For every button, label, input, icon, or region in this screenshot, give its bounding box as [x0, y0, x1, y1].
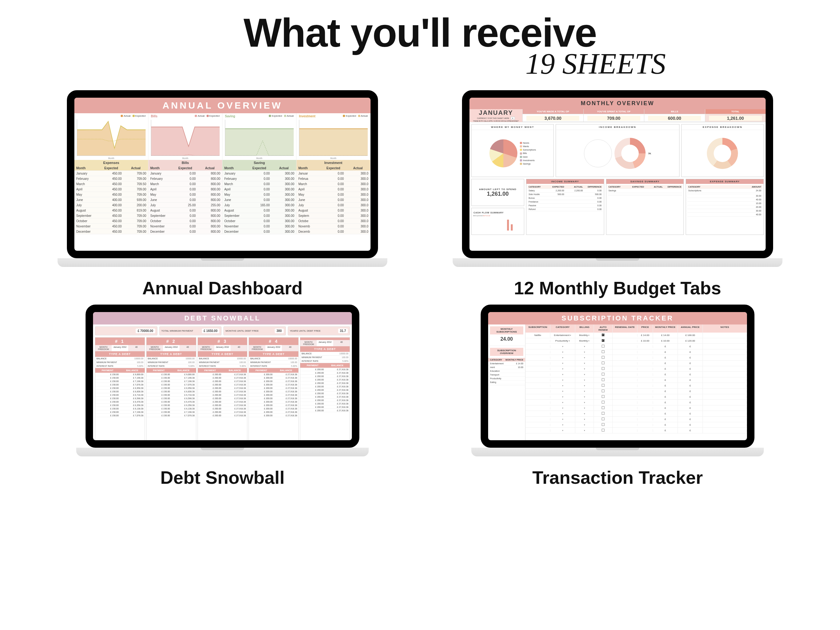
box-income-breakdown: INCOME BREAKDOWN7K	[556, 124, 679, 177]
laptop-debt: DEBT SNOWBALL£ 70000.00TOTAL MINIMUM PAY…	[85, 305, 359, 456]
stat-bills-value: 600.00	[644, 114, 705, 122]
stat-made-label: YOU'VE MADE A TOTAL OF	[523, 109, 583, 114]
debt-stat-3: YEARS UNTIL DEBT FREE31.7	[288, 326, 350, 335]
caption-annual: Annual Dashboard	[142, 278, 303, 298]
checkbox-icon[interactable]	[602, 350, 605, 353]
left-to-spend: AMOUNT LEFT TO SPEND1,261.00	[471, 179, 524, 206]
svg-rect-5	[511, 224, 513, 231]
debt-column-1: # 1MONTH FREEDOMJanuary 203240TYPE A DEB…	[95, 337, 145, 440]
debt-stat-0: £ 70000.00	[95, 326, 158, 335]
checkbox-icon[interactable]	[602, 395, 605, 398]
annual-table-expenses: ExpensesMonthExpectedActualJanuary450.00…	[74, 160, 148, 234]
svg-marker-2	[225, 129, 294, 156]
checkbox-icon[interactable]	[602, 362, 605, 364]
checkbox-icon[interactable]	[602, 333, 605, 336]
caption-debt: Debt Snowball	[160, 467, 285, 488]
cash-flow: CASH FLOW SUMMARY■ Expected ■ Actual	[471, 208, 524, 235]
bar-chart-icon	[474, 216, 521, 232]
checkbox-icon[interactable]	[602, 378, 605, 381]
stat-total-label: TOTAL	[705, 109, 766, 114]
debt-stat-2: MONTHS UNTIL DEBT FREE380	[223, 326, 286, 335]
table-row: ££	[526, 428, 747, 433]
debt-title: DEBT SNOWBALL	[93, 312, 352, 324]
checkbox-icon[interactable]	[602, 423, 605, 426]
pie-chart-icon	[489, 139, 517, 167]
laptop-base-icon	[471, 448, 764, 456]
summary-income: INCOME SUMMARYCATEGORYEXPECTEDACTUALDIFF…	[526, 179, 604, 235]
stat-spent-label: YOU'VE SPENT A TOTAL OF	[583, 109, 644, 114]
caption-tracker: Transaction Tracker	[532, 467, 703, 488]
page-header: What you'll receive 19 SHEETS	[0, 9, 840, 81]
table-row: NetflixEntertainmentMonthly£ 14.00£ 14.0…	[526, 333, 747, 338]
annual-table-bills: BillsMonthExpectedActualJanuary0.00800.0…	[148, 160, 223, 234]
pie-chart-icon	[584, 139, 612, 167]
stat-spent-value: 709.00	[583, 114, 644, 122]
table-row: ProductivityMonthly£ 10.00£ 10.00£ 120.0…	[526, 338, 747, 344]
card-tracker: SUBSCRIPTION TRACKERMONTHLY SUBSCRIPTION…	[442, 305, 793, 488]
annual-title: ANNUAL OVERVIEW	[74, 98, 371, 113]
svg-marker-3	[299, 129, 368, 156]
screen-annual: ANNUAL OVERVIEW ActualExpectedMonthBills…	[74, 98, 371, 251]
table-row: ££	[526, 377, 747, 383]
annual-chart-investment: InvestmentExpectedActualMonth	[297, 113, 371, 160]
table-row: ££	[526, 400, 747, 405]
svg-rect-4	[507, 219, 509, 231]
debt-column-3: # 3MONTH FREEDOMJanuary 203240TYPE A DEB…	[197, 337, 248, 440]
annual-table-investment: InvestmentMonthExpectedActualJanuar0.003…	[297, 160, 371, 234]
stat-bills-label: BILLS	[644, 109, 705, 114]
svg-marker-1	[151, 127, 219, 156]
checkbox-icon[interactable]	[602, 401, 605, 404]
checkbox-icon[interactable]	[602, 417, 605, 420]
debt-column-4: # 4MONTH FREEDOMJanuary 203240TYPE A DEB…	[249, 337, 298, 440]
table-row: ££	[526, 405, 747, 411]
annual-table-saving: SavingMonthExpectedActualJanuary0.00300.…	[223, 160, 297, 234]
table-row: ££	[526, 394, 747, 400]
checkbox-icon[interactable]	[602, 412, 605, 415]
annual-chart-saving: SavingExpectedActualMonth	[223, 113, 297, 160]
monthly-month: JANUARYCURRENCY FOR THIS SHEET HERE £THE…	[469, 109, 523, 122]
screen-monthly: MONTHLY OVERVIEWJANUARYCURRENCY FOR THIS…	[469, 98, 766, 251]
table-row: ££	[526, 349, 747, 355]
box-where: WHERE MY MONEY WENTNeedsWantsSubscriptio…	[471, 124, 554, 177]
checkbox-icon[interactable]	[602, 429, 605, 431]
checkbox-icon[interactable]	[602, 384, 605, 387]
summary-savings: SAVINGS SUMMARYCATEGORYEXPECTEDACTUALDIF…	[606, 179, 684, 235]
annual-chart-bills: BillsActualExpectedMonth	[148, 113, 223, 160]
debt-column-5: MONTH FREEDOMJanuary 203240TYPE A DEBTBA…	[300, 337, 350, 440]
laptop-base-icon	[76, 448, 369, 456]
tracker-title: SUBSCRIPTION TRACKER	[488, 312, 747, 324]
table-row: ££	[526, 344, 747, 349]
table-row: ££	[526, 383, 747, 388]
screen-debt: DEBT SNOWBALL£ 70000.00TOTAL MINIMUM PAY…	[93, 312, 352, 440]
tracker-sidebar: MONTHLY SUBSCRIPTIONS24.00SUBSCRIPTION O…	[488, 324, 526, 440]
donut-chart-icon	[614, 138, 646, 169]
table-row: ££	[526, 422, 747, 428]
laptop-annual: ANNUAL OVERVIEW ActualExpectedMonthBills…	[67, 90, 378, 267]
summary-expense: EXPENSE SUMMARYCATEGORYAMOUNTSubscriptio…	[686, 179, 764, 235]
checkbox-icon[interactable]	[602, 373, 605, 376]
checkbox-icon[interactable]	[602, 339, 605, 342]
checkbox-icon[interactable]	[602, 406, 605, 409]
checkbox-icon[interactable]	[602, 356, 605, 359]
debt-column-2: # 2MONTH FREEDOMJanuary 203240TYPE A DEB…	[146, 337, 196, 440]
table-row: ££	[526, 417, 747, 422]
checkbox-icon[interactable]	[602, 345, 605, 347]
screen-tracker: SUBSCRIPTION TRACKERMONTHLY SUBSCRIPTION…	[488, 312, 747, 440]
stat-made-value: 3,670.00	[523, 114, 583, 122]
table-row: ££	[526, 388, 747, 394]
laptop-base-icon	[58, 258, 387, 267]
monthly-title: MONTHLY OVERVIEW	[469, 98, 766, 109]
svg-marker-0	[77, 122, 145, 156]
table-row: ££	[526, 361, 747, 366]
table-row: ££	[526, 372, 747, 377]
tracker-table: SUBSCRIPTIONCATEGORYBILLINGAUTO RENEWREN…	[526, 324, 747, 440]
checkbox-icon[interactable]	[602, 390, 605, 392]
card-debt: DEBT SNOWBALL£ 70000.00TOTAL MINIMUM PAY…	[47, 305, 398, 488]
table-row: ££	[526, 355, 747, 361]
annual-chart-expenses: ActualExpectedMonth	[74, 113, 148, 160]
card-monthly: MONTHLY OVERVIEWJANUARYCURRENCY FOR THIS…	[442, 90, 793, 298]
checkbox-icon[interactable]	[602, 367, 605, 370]
donut-chart-icon	[707, 138, 738, 169]
laptop-tracker: SUBSCRIPTION TRACKERMONTHLY SUBSCRIPTION…	[481, 305, 755, 456]
card-annual: ANNUAL OVERVIEW ActualExpectedMonthBills…	[47, 90, 398, 298]
